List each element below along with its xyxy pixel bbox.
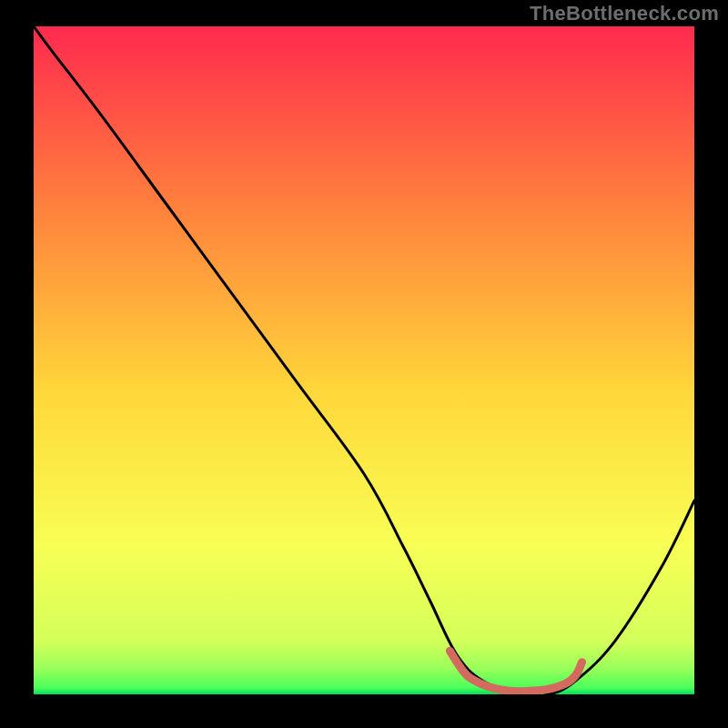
chart-container: TheBottleneck.com: [0, 0, 728, 728]
chart-svg: [34, 26, 694, 694]
gradient-background: [34, 26, 694, 694]
plot-area: [34, 26, 694, 694]
watermark-text: TheBottleneck.com: [530, 2, 719, 25]
